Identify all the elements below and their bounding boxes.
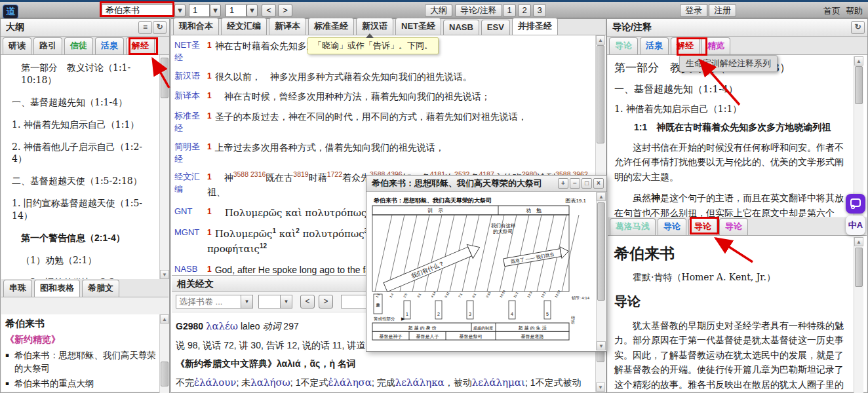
home-link[interactable]: 首页 bbox=[823, 5, 840, 17]
refresh-icon[interactable]: ↻ bbox=[851, 21, 865, 34]
version-tab-6[interactable]: NASB bbox=[443, 20, 479, 35]
version-label[interactable]: 新译本 bbox=[174, 90, 207, 104]
resource-tab-2[interactable]: 希腊文 bbox=[82, 280, 119, 297]
refresh-icon[interactable]: ↻ bbox=[153, 21, 167, 34]
outline-tab-3[interactable]: 活泉 bbox=[95, 37, 124, 54]
scrollbar-thumb[interactable] bbox=[597, 45, 604, 143]
book-dropdown-icon[interactable]: ▾ bbox=[174, 4, 186, 17]
introduction-scrollbar[interactable]: ▲ ▼ bbox=[854, 237, 863, 393]
commentary-tab-1[interactable]: 活泉 bbox=[640, 37, 669, 54]
verse-body[interactable]: 1很久以前， 神多次用多种方式藉着众先知向我们的祖先说话。 bbox=[207, 70, 593, 84]
commentary-scrollbar[interactable]: ▲ bbox=[854, 56, 863, 216]
outline-scrollbar[interactable]: ▼ bbox=[159, 55, 169, 279]
verse-body[interactable]: 1圣子的本质过去，神在不同的时代，用不同的方式，藉着先知们对祖先说话， bbox=[207, 110, 593, 135]
outline-item[interactable]: 第一部分 教义讨论（1:1-10:18） bbox=[7, 62, 155, 86]
introduction-tab-3[interactable]: 导论 bbox=[719, 218, 748, 235]
version-label[interactable]: MGNT bbox=[174, 227, 207, 257]
commentary-tab-3[interactable]: 精览 bbox=[701, 37, 730, 54]
columns-3-button[interactable]: 3 bbox=[533, 4, 546, 17]
outline-tab-1[interactable]: 路引 bbox=[33, 37, 62, 54]
introduction-tab-2[interactable]: 导论 bbox=[688, 218, 717, 235]
strong-number[interactable]: 1722 bbox=[327, 171, 342, 179]
scroll-up-icon[interactable]: ▲ bbox=[597, 192, 606, 201]
scroll-up-icon[interactable]: ▲ bbox=[854, 56, 863, 66]
version-label[interactable]: GNT bbox=[174, 206, 207, 221]
scrollbar-thumb[interactable] bbox=[161, 58, 168, 98]
outline-item[interactable]: 2. 神借着他儿子启示自己（1:2-4） bbox=[7, 141, 155, 166]
chapter-select[interactable]: ▾ bbox=[258, 295, 292, 309]
scroll-up-icon[interactable]: ▲ bbox=[596, 35, 605, 45]
columns-1-button[interactable]: 1 bbox=[503, 4, 516, 17]
zoom-out-icon[interactable]: − bbox=[570, 178, 580, 189]
scroll-down-icon[interactable]: ▼ bbox=[597, 341, 606, 350]
resource-tab-0[interactable]: 串珠 bbox=[3, 280, 32, 297]
introduction-tab-1[interactable]: 导论 bbox=[658, 218, 686, 235]
close-icon[interactable]: × bbox=[593, 178, 604, 189]
version-tab-2[interactable]: 新译本 bbox=[269, 18, 306, 35]
scrollbar-thumb[interactable] bbox=[855, 66, 863, 104]
verse-dropdown-icon[interactable]: ▾ bbox=[247, 4, 258, 17]
version-label[interactable]: 标准圣经 bbox=[174, 110, 207, 135]
resource-link[interactable]: ▪希伯来书的重点大纲 bbox=[5, 377, 157, 390]
prev-verse-button[interactable]: < bbox=[262, 4, 276, 17]
version-tab-8[interactable]: 并排圣经 bbox=[512, 18, 558, 35]
outline-item[interactable]: 1. 神借着先知启示自己（1:1） bbox=[7, 119, 155, 131]
resource-tab-1[interactable]: 图和表格 bbox=[34, 280, 80, 297]
scroll-down-icon[interactable]: ▼ bbox=[596, 383, 605, 392]
register-button[interactable]: 注册 bbox=[709, 4, 736, 17]
screenshot-translate-fab[interactable] bbox=[846, 194, 865, 214]
commentary-tab-0[interactable]: 导论 bbox=[609, 37, 638, 54]
commentary-toggle-button[interactable]: 导论/注释 bbox=[455, 4, 502, 17]
version-tab-3[interactable]: 标准圣经 bbox=[308, 18, 354, 35]
outline-tab-4[interactable]: 解经 bbox=[126, 37, 155, 54]
resource-link[interactable]: ▪希伯来书：思想耶稣、我们高天尊荣的大祭司 bbox=[5, 349, 157, 375]
version-tab-1[interactable]: 经文汇编 bbox=[221, 18, 267, 35]
outline-toggle-button[interactable]: 大纲 bbox=[425, 4, 452, 17]
verse-body[interactable]: 1上帝过去多次用各种方式，借着先知向我们的祖先说话， bbox=[207, 141, 593, 166]
outline-tab-2[interactable]: 信徒 bbox=[64, 37, 93, 54]
chapter-selector[interactable]: 1 bbox=[189, 4, 210, 17]
related-prev-button[interactable]: < bbox=[300, 295, 315, 309]
dropdown-icon[interactable]: ▾ bbox=[241, 295, 252, 308]
scroll-up-icon[interactable]: ▲ bbox=[160, 314, 169, 324]
translate-fab[interactable]: 中A bbox=[846, 215, 865, 235]
verse-selector[interactable]: 1 bbox=[226, 4, 247, 17]
outline-item[interactable]: 1. 旧约宣称基督超越天使（1:5-14） bbox=[7, 197, 155, 222]
scroll-up-icon[interactable]: ▲ bbox=[854, 237, 863, 246]
outline-tab-0[interactable]: 研读 bbox=[3, 37, 31, 54]
app-logo-icon[interactable]: 道 bbox=[3, 5, 18, 19]
version-label[interactable]: 简明圣经 bbox=[174, 141, 207, 166]
commentary-tab-2[interactable]: 解经 bbox=[671, 37, 700, 54]
book-selector[interactable]: 希伯来书 bbox=[102, 4, 174, 17]
outline-item[interactable]: 第一个警告信息（2:1-4） bbox=[7, 232, 155, 244]
popup-titlebar[interactable]: 希伯来书：思想耶稣、我们高天尊荣的大祭司 + − □ × bbox=[366, 176, 606, 192]
next-verse-button[interactable]: > bbox=[278, 4, 292, 17]
footnote-sup[interactable]: 12 bbox=[260, 243, 267, 250]
scrollbar-thumb[interactable] bbox=[597, 202, 605, 301]
outline-item[interactable]: （1）劝勉（2:1） bbox=[7, 254, 155, 267]
dropdown-icon[interactable]: ▾ bbox=[280, 295, 292, 308]
list-icon[interactable]: ≡ bbox=[138, 21, 152, 34]
popup-scrollbar[interactable]: ▲ ▼ bbox=[596, 192, 606, 350]
outline-item[interactable]: 二、基督超越天使（1:5-2:18） bbox=[7, 175, 155, 187]
verse-body[interactable]: 1 神在古时候，曾经多次用种种方法，藉着先知向我们的祖先说话； bbox=[207, 90, 593, 104]
help-link[interactable]: 帮助 bbox=[846, 5, 863, 17]
commentary-section-3[interactable]: 1. 神借着先知启示自己（1:1） bbox=[614, 103, 850, 115]
version-tab-5[interactable]: NET圣经 bbox=[395, 18, 441, 35]
popout-icon[interactable]: □ bbox=[582, 178, 592, 189]
version-label[interactable]: NET圣经 bbox=[174, 39, 207, 64]
version-tab-0[interactable]: 现和合本 bbox=[173, 18, 219, 35]
login-button[interactable]: 登录 bbox=[680, 4, 707, 17]
version-tab-7[interactable]: ESV bbox=[481, 20, 510, 35]
strong-number[interactable]: 3819 bbox=[293, 171, 308, 179]
zoom-in-icon[interactable]: + bbox=[558, 178, 568, 189]
version-tab-4[interactable]: 新汉语 bbox=[356, 18, 393, 35]
resources-scrollbar[interactable]: ▲ ▼ bbox=[159, 314, 169, 393]
columns-2-button[interactable]: 2 bbox=[518, 4, 531, 17]
chart-popup-window[interactable]: 希伯来书：思想耶稣、我们高天尊荣的大祭司 + − □ × 希伯来书：思想耶稣、我… bbox=[366, 175, 607, 352]
outline-item[interactable]: 一、基督超越先知（1:1-4） bbox=[7, 96, 155, 109]
related-next-button[interactable]: > bbox=[319, 295, 333, 309]
scrollbar-thumb[interactable] bbox=[855, 248, 863, 287]
scrollbar-thumb[interactable] bbox=[161, 362, 168, 386]
strong-number[interactable]: 3588 2316 bbox=[233, 171, 266, 179]
